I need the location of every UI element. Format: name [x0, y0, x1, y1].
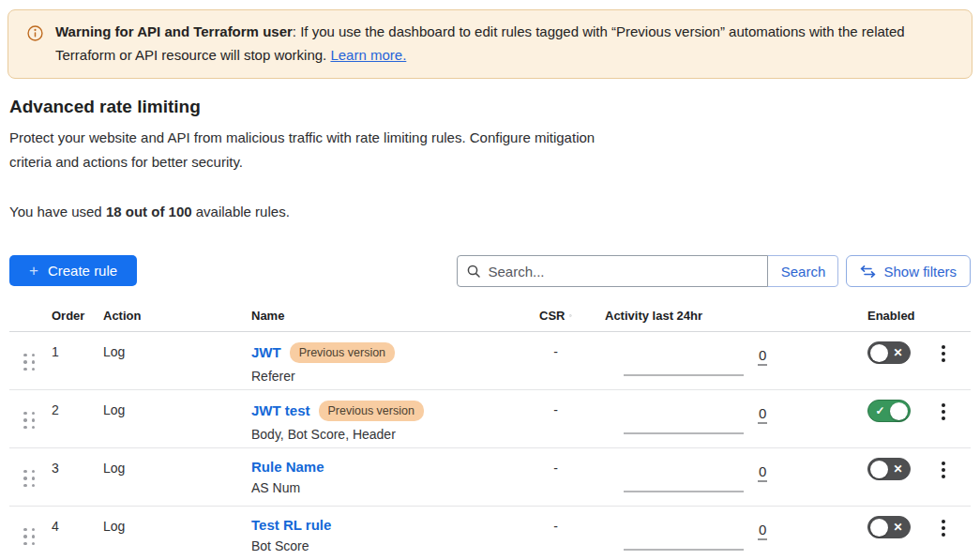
rule-action: Log [103, 390, 251, 447]
rule-action: Log [103, 448, 251, 506]
csr-value: - [488, 448, 572, 506]
search-area: Search Show filters [457, 255, 971, 287]
search-button[interactable]: Search [767, 255, 838, 287]
enabled-toggle[interactable]: ✕ [867, 458, 911, 480]
enabled-toggle[interactable]: ✓ [867, 400, 911, 422]
show-filters-button[interactable]: Show filters [846, 255, 971, 287]
activity-sparkline [624, 549, 744, 551]
rule-criteria: Bot Score [251, 538, 488, 553]
cross-icon: ✕ [888, 463, 908, 475]
rule-action: Log [103, 332, 251, 389]
plus-icon: + [29, 263, 38, 279]
rule-order: 1 [52, 332, 103, 389]
rule-name-link[interactable]: Test RL rule [251, 517, 331, 533]
info-circle-icon [27, 24, 43, 67]
kebab-menu-button[interactable] [939, 342, 948, 365]
activity-sparkline [624, 432, 744, 434]
drag-handle-icon[interactable] [23, 354, 35, 371]
header-action: Action [103, 309, 251, 323]
rule-order: 2 [52, 390, 103, 447]
kebab-menu-button[interactable] [939, 459, 948, 481]
toolbar: + Create rule Search Show filters [9, 255, 971, 287]
rule-criteria: Body, Bot Score, Header [251, 427, 488, 442]
rule-criteria: Referer [251, 369, 488, 384]
kebab-menu-button[interactable] [939, 401, 948, 423]
enabled-toggle[interactable]: ✕ [867, 516, 911, 538]
activity-count-link[interactable]: 0 [758, 521, 767, 540]
drag-handle-icon[interactable] [23, 412, 35, 430]
header-order: Order [52, 309, 103, 323]
rule-name-link[interactable]: JWT [251, 344, 281, 360]
enabled-toggle[interactable]: ✕ [867, 341, 911, 364]
kebab-menu-button[interactable] [939, 517, 948, 539]
rule-name-link[interactable]: Rule Name [251, 459, 324, 475]
header-csr: CSR [539, 309, 565, 323]
activity-count-link[interactable]: 0 [758, 404, 767, 424]
rules-table-body: 1LogJWTPrevious versionReferer-0✕2LogJWT… [9, 332, 971, 560]
filters-swap-icon [860, 265, 876, 278]
cross-icon: ✕ [888, 522, 908, 533]
search-input[interactable] [457, 255, 768, 287]
header-enabled: Enabled [821, 309, 928, 323]
table-row: 2LogJWT testPrevious versionBody, Bot Sc… [9, 390, 971, 448]
usage-count: 18 out of 100 [106, 204, 192, 219]
previous-version-badge: Previous version [319, 401, 424, 421]
table-row: 4LogTest RL ruleBot Score-0✕ [9, 507, 971, 560]
warning-title: Warning for API and Terraform user [55, 23, 293, 39]
activity-count-link[interactable]: 0 [758, 462, 767, 482]
warning-text: Warning for API and Terraform user: If y… [55, 20, 953, 67]
create-rule-button[interactable]: + Create rule [9, 255, 137, 286]
csr-value: - [488, 390, 572, 447]
csr-value: - [488, 332, 572, 389]
toggle-knob [870, 344, 888, 362]
learn-more-link[interactable]: Learn more. [330, 47, 406, 63]
toggle-knob [870, 519, 888, 537]
rule-order: 3 [52, 448, 103, 506]
activity-sparkline [624, 374, 744, 376]
csr-value: - [488, 507, 572, 560]
previous-version-badge: Previous version [290, 342, 395, 363]
page-description: Protect your website and API from malici… [9, 126, 602, 174]
header-activity: Activity last 24hr [572, 309, 821, 323]
activity-sparkline [624, 491, 744, 492]
toggle-knob [870, 461, 888, 478]
search-icon [466, 264, 481, 279]
table-header: Order Action Name CSR Activity last 24hr… [9, 309, 971, 332]
rule-order: 4 [52, 507, 103, 560]
rule-name-link[interactable]: JWT test [251, 402, 310, 418]
table-row: 1LogJWTPrevious versionReferer-0✕ [9, 332, 971, 390]
cross-icon: ✕ [888, 347, 908, 358]
warning-banner: Warning for API and Terraform user: If y… [8, 9, 972, 79]
page-title: Advanced rate limiting [9, 97, 971, 117]
table-row: 3LogRule NameAS Num-0✕ [9, 448, 971, 507]
activity-count-link[interactable]: 0 [758, 346, 767, 366]
drag-handle-icon[interactable] [23, 470, 35, 488]
toggle-knob [890, 402, 908, 420]
drag-handle-icon[interactable] [23, 528, 35, 546]
rule-criteria: AS Num [251, 480, 488, 495]
header-name: Name [251, 309, 488, 323]
check-icon: ✓ [870, 405, 890, 416]
rule-action: Log [103, 507, 251, 560]
usage-text: You have used 18 out of 100 available ru… [9, 204, 971, 219]
